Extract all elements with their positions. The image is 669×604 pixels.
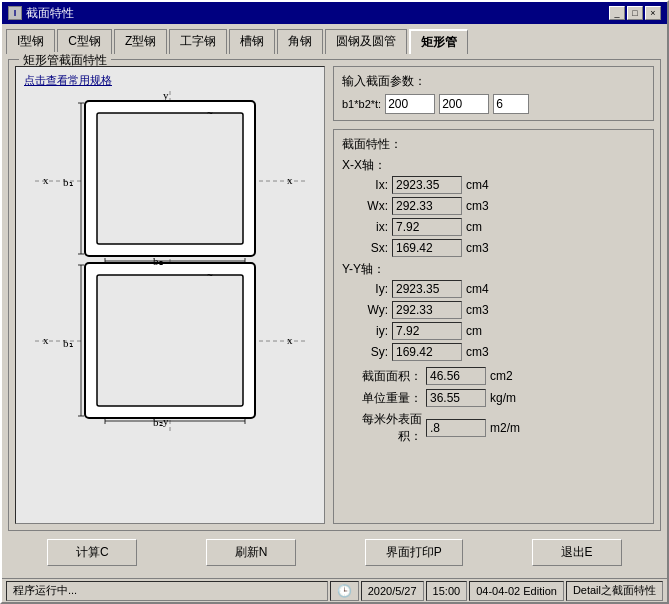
status-icon-segment: 🕒 [330, 581, 359, 601]
window-icon: I [8, 6, 22, 20]
window-title: 截面特性 [26, 5, 74, 22]
summary-section: 截面面积： cm2 单位重量： kg/m 每米外表面积： m2/m [342, 367, 645, 445]
surface-label: 每米外表面积： [346, 411, 426, 445]
yy-axis-label: Y-Y轴： [342, 261, 645, 278]
surface-value[interactable] [426, 419, 486, 437]
tab-i-steel[interactable]: I型钢 [6, 29, 55, 54]
sx-value[interactable] [392, 239, 462, 257]
ix-unit: cm4 [462, 178, 489, 192]
surface-unit: m2/m [486, 421, 520, 435]
clock-icon: 🕒 [337, 584, 352, 598]
iy2-label: iy: [352, 324, 392, 338]
svg-text:~: ~ [207, 270, 213, 281]
surface-row: 每米外表面积： m2/m [346, 411, 645, 445]
diagram-hint[interactable]: 点击查看常用规格 [24, 73, 112, 88]
svg-rect-4 [97, 113, 243, 244]
button-row: 计算C 刷新N 界面打印P 退出E [8, 531, 661, 572]
tab-rect[interactable]: 矩形管 [409, 29, 468, 54]
input-t[interactable] [493, 94, 529, 114]
wx-label: Wx: [352, 199, 392, 213]
wx-unit: cm3 [462, 199, 489, 213]
iy2-unit: cm [462, 324, 482, 338]
svg-text:x: x [287, 174, 293, 186]
iy-value[interactable] [392, 280, 462, 298]
input-row: b1*b2*t: [342, 94, 645, 114]
status-text: 程序运行中... [6, 581, 328, 601]
sy-value[interactable] [392, 343, 462, 361]
sy-row: Sy: cm3 [342, 343, 645, 361]
minimize-button[interactable]: _ [609, 6, 625, 20]
status-detail: Detail之截面特性 [566, 581, 663, 601]
status-time: 15:00 [426, 581, 468, 601]
close-button[interactable]: × [645, 6, 661, 20]
svg-text:x: x [43, 334, 49, 346]
input-b2[interactable] [439, 94, 489, 114]
input-label: b1*b2*t: [342, 98, 381, 110]
title-bar-left: I 截面特性 [8, 5, 74, 22]
wy-value[interactable] [392, 301, 462, 319]
ix2-label: ix: [352, 220, 392, 234]
main-content: 矩形管截面特性 点击查看常用规格 [2, 53, 667, 578]
statusbar: 程序运行中... 🕒 2020/5/27 15:00 04-04-02 Edit… [2, 578, 667, 602]
tab-z-steel[interactable]: Z型钢 [114, 29, 167, 54]
calc-button[interactable]: 计算C [47, 539, 137, 566]
status-date: 2020/5/27 [361, 581, 424, 601]
iy-label: Iy: [352, 282, 392, 296]
weight-row: 单位重量： kg/m [346, 389, 645, 407]
exit-button[interactable]: 退出E [532, 539, 622, 566]
section-diagram: y ~ b₁ x x b₂ ~ [35, 91, 305, 431]
status-edition: 04-04-02 Edition [469, 581, 564, 601]
title-bar: I 截面特性 _ □ × [2, 2, 667, 24]
svg-text:b₂: b₂ [153, 416, 163, 428]
main-window: I 截面特性 _ □ × I型钢 C型钢 Z型钢 工字钢 槽钢 角钢 圆钢及圆管… [0, 0, 669, 604]
input-b1[interactable] [385, 94, 435, 114]
sy-label: Sy: [352, 345, 392, 359]
right-panel: 输入截面参数： b1*b2*t: 截面特性： X-X轴： Ix: [333, 66, 654, 524]
tab-bar: I型钢 C型钢 Z型钢 工字钢 槽钢 角钢 圆钢及圆管 矩形管 [2, 24, 667, 53]
iy-row: Iy: cm4 [342, 280, 645, 298]
tab-i-beam[interactable]: 工字钢 [169, 29, 227, 54]
area-unit: cm2 [486, 369, 513, 383]
wy-label: Wy: [352, 303, 392, 317]
refresh-button[interactable]: 刷新N [206, 539, 296, 566]
sx-label: Sx: [352, 241, 392, 255]
ix2-value[interactable] [392, 218, 462, 236]
svg-text:b₁: b₁ [63, 337, 73, 349]
props-title: 截面特性： [342, 136, 645, 153]
props-section: 截面特性： X-X轴： Ix: cm4 Wx: cm3 ix: [333, 129, 654, 524]
svg-text:b₁: b₁ [63, 176, 73, 188]
svg-text:x: x [287, 334, 293, 346]
svg-rect-6 [97, 275, 243, 406]
sx-unit: cm3 [462, 241, 489, 255]
xx-axis-label: X-X轴： [342, 157, 645, 174]
wx-row: Wx: cm3 [342, 197, 645, 215]
sx-row: Sx: cm3 [342, 239, 645, 257]
iy2-row: iy: cm [342, 322, 645, 340]
ix-value[interactable] [392, 176, 462, 194]
weight-value[interactable] [426, 389, 486, 407]
svg-text:~: ~ [207, 108, 213, 119]
area-value[interactable] [426, 367, 486, 385]
sy-unit: cm3 [462, 345, 489, 359]
input-section: 输入截面参数： b1*b2*t: [333, 66, 654, 121]
print-button[interactable]: 界面打印P [365, 539, 463, 566]
svg-text:y: y [163, 91, 169, 101]
area-label: 截面面积： [346, 368, 426, 385]
wy-row: Wy: cm3 [342, 301, 645, 319]
ix-label: Ix: [352, 178, 392, 192]
title-bar-buttons: _ □ × [609, 6, 661, 20]
tab-c-steel[interactable]: C型钢 [57, 29, 112, 54]
iy-unit: cm4 [462, 282, 489, 296]
tab-angle[interactable]: 角钢 [277, 29, 323, 54]
weight-unit: kg/m [486, 391, 516, 405]
tab-round[interactable]: 圆钢及圆管 [325, 29, 407, 54]
wy-unit: cm3 [462, 303, 489, 317]
ix2-row: ix: cm [342, 218, 645, 236]
maximize-button[interactable]: □ [627, 6, 643, 20]
wx-value[interactable] [392, 197, 462, 215]
area-row: 截面面积： cm2 [346, 367, 645, 385]
svg-text:x: x [43, 174, 49, 186]
tab-channel[interactable]: 槽钢 [229, 29, 275, 54]
ix2-unit: cm [462, 220, 482, 234]
iy2-value[interactable] [392, 322, 462, 340]
